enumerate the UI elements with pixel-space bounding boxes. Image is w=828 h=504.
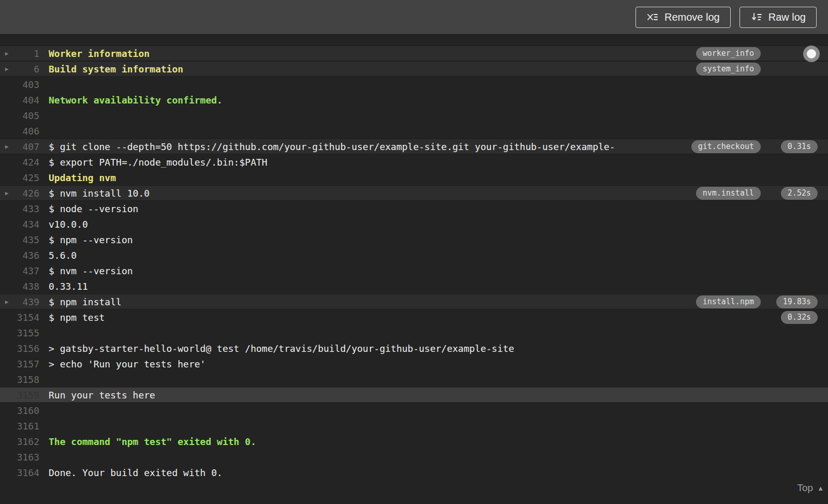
- log-line-405: 405: [0, 108, 828, 123]
- line-text: $ nvm --version: [49, 265, 761, 276]
- line-text: > echo 'Run your tests here': [49, 359, 761, 369]
- line-number[interactable]: 434: [13, 219, 39, 230]
- line-badges: nvm.install2.52s: [696, 187, 818, 200]
- log-line-437: 437$ nvm --version: [0, 263, 828, 278]
- line-badges: install.npm19.83s: [696, 295, 818, 308]
- raw-log-button[interactable]: Raw log: [740, 7, 817, 28]
- line-text: $ git clone --depth=50 https://github.co…: [49, 141, 691, 152]
- fold-toggle-icon[interactable]: ▶: [0, 299, 13, 305]
- log-line-425: 425Updating nvm: [0, 170, 828, 185]
- line-number[interactable]: 437: [13, 265, 39, 276]
- line-number[interactable]: 6: [13, 64, 39, 75]
- fold-tag-badge: worker_info: [696, 47, 761, 60]
- line-text: Build system information: [49, 64, 696, 75]
- line-badges: git.checkout0.31s: [691, 140, 818, 153]
- duration-badge: 19.83s: [776, 295, 818, 308]
- log-line-3156: 3156> gatsby-starter-hello-world@ test /…: [0, 340, 828, 356]
- line-number[interactable]: 3159: [13, 390, 39, 401]
- line-text: Run your tests here: [49, 390, 761, 401]
- line-text: 5.6.0: [49, 250, 761, 261]
- log-line-426: ▶426$ nvm install 10.0nvm.install2.52s: [0, 185, 828, 201]
- caret-up-icon: ▲: [817, 485, 824, 492]
- log-line-3161: 3161: [0, 418, 828, 434]
- line-number[interactable]: 433: [13, 203, 39, 214]
- line-number[interactable]: 3156: [13, 343, 39, 354]
- line-text: The command "npm test" exited with 0.: [49, 436, 761, 447]
- raw-log-label: Raw log: [768, 11, 806, 23]
- log-line-439: ▶439$ npm installinstall.npm19.83s: [0, 294, 828, 309]
- log-line-3162: 3162The command "npm test" exited with 0…: [0, 434, 828, 449]
- line-number[interactable]: 3161: [13, 421, 39, 432]
- line-number[interactable]: 404: [13, 95, 39, 106]
- line-text: $ export PATH=./node_modules/.bin:$PATH: [49, 157, 761, 168]
- remove-log-icon: [646, 11, 659, 23]
- line-number[interactable]: 3157: [13, 359, 39, 369]
- line-number[interactable]: 405: [13, 110, 39, 121]
- line-number[interactable]: 425: [13, 172, 39, 183]
- line-number[interactable]: 3155: [13, 328, 39, 338]
- log-scrubber-knob[interactable]: [803, 46, 820, 62]
- remove-log-button[interactable]: Remove log: [635, 7, 731, 28]
- log-line-3163: 3163: [0, 449, 828, 465]
- circle-knob-icon: [807, 49, 816, 58]
- duration-badge: 0.32s: [781, 311, 818, 324]
- line-text: $ npm install: [49, 297, 696, 307]
- line-number[interactable]: 438: [13, 281, 39, 292]
- duration-badge: 2.52s: [781, 187, 818, 200]
- line-number[interactable]: 426: [13, 188, 39, 199]
- line-text: Updating nvm: [49, 172, 761, 183]
- line-text: > gatsby-starter-hello-world@ test /home…: [49, 343, 761, 354]
- log-lines: ▶1Worker informationworker_info▶6Build s…: [0, 46, 828, 480]
- line-text: Network availability confirmed.: [49, 95, 761, 106]
- log-line-406: 406: [0, 123, 828, 139]
- build-log: ▶1Worker informationworker_info▶6Build s…: [0, 35, 828, 504]
- fold-toggle-icon[interactable]: ▶: [0, 50, 13, 57]
- fold-tag-badge: git.checkout: [691, 140, 761, 153]
- log-line-3157: 3157> echo 'Run your tests here': [0, 356, 828, 372]
- fold-toggle-icon[interactable]: ▶: [0, 66, 13, 72]
- line-text: v10.0.0: [49, 219, 761, 230]
- line-number[interactable]: 3160: [13, 405, 39, 416]
- log-line-438: 4380.33.11: [0, 278, 828, 294]
- fold-toggle-icon[interactable]: ▶: [0, 143, 13, 150]
- line-number[interactable]: 439: [13, 297, 39, 307]
- log-line-433: 433$ node --version: [0, 201, 828, 216]
- line-number[interactable]: 3154: [13, 312, 39, 323]
- line-text: $ nvm install 10.0: [49, 188, 696, 199]
- duration-slot: 0.32s: [761, 311, 818, 324]
- line-text: $ npm --version: [49, 234, 761, 245]
- line-number[interactable]: 3164: [13, 467, 39, 478]
- line-number[interactable]: 403: [13, 79, 39, 90]
- log-line-407: ▶407$ git clone --depth=50 https://githu…: [0, 139, 828, 154]
- line-number[interactable]: 424: [13, 157, 39, 168]
- log-line-436: 4365.6.0: [0, 247, 828, 263]
- duration-slot: 0.31s: [761, 140, 818, 153]
- fold-toggle-icon[interactable]: ▶: [0, 190, 13, 197]
- line-number[interactable]: 3163: [13, 452, 39, 463]
- fold-tag-badge: system_info: [696, 63, 761, 76]
- line-number[interactable]: 436: [13, 250, 39, 261]
- line-text: $ node --version: [49, 203, 761, 214]
- log-line-3159: 3159Run your tests here: [0, 387, 828, 403]
- log-line-403: 403: [0, 77, 828, 92]
- top-link-label: Top: [797, 482, 813, 494]
- line-number[interactable]: 407: [13, 141, 39, 152]
- raw-log-icon: [750, 11, 763, 23]
- log-line-3160: 3160: [0, 403, 828, 418]
- fold-tag-badge: nvm.install: [696, 187, 761, 200]
- line-text: 0.33.11: [49, 281, 761, 292]
- log-line-434: 434v10.0.0: [0, 216, 828, 232]
- line-number[interactable]: 1: [13, 48, 39, 59]
- line-number[interactable]: 3162: [13, 436, 39, 447]
- log-line-3158: 3158: [0, 372, 828, 387]
- log-line-424: 424$ export PATH=./node_modules/.bin:$PA…: [0, 154, 828, 170]
- line-text: $ npm test: [49, 312, 761, 323]
- scroll-to-top-link[interactable]: Top ▲: [797, 482, 824, 494]
- line-number[interactable]: 3158: [13, 374, 39, 385]
- log-line-3164: 3164Done. Your build exited with 0.: [0, 465, 828, 480]
- line-number[interactable]: 406: [13, 126, 39, 137]
- log-line-6: ▶6Build system informationsystem_info: [0, 61, 828, 77]
- line-text: Done. Your build exited with 0.: [49, 467, 761, 478]
- log-line-3154: 3154$ npm test0.32s: [0, 309, 828, 325]
- line-number[interactable]: 435: [13, 234, 39, 245]
